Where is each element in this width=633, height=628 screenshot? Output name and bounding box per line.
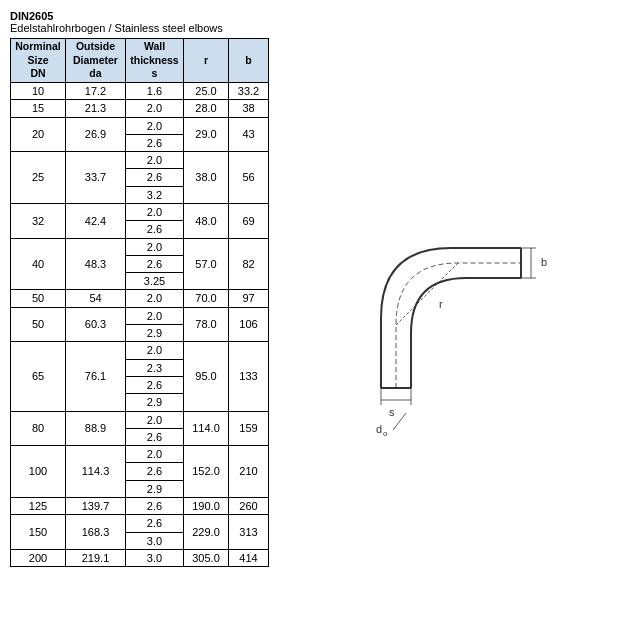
cell-da: 168.3 [66,515,126,550]
cell-dn: 50 [11,290,66,307]
header-s: Wallthicknesss [126,39,184,83]
content-area: NorminalSizeDN OutsideDiameterda Wallthi… [10,38,623,618]
cell-s: 2.3 [126,359,184,376]
cell-da: 60.3 [66,307,126,342]
cell-dn: 32 [11,204,66,239]
cell-b: 97 [229,290,269,307]
cell-dn: 100 [11,446,66,498]
cell-da: 76.1 [66,342,126,411]
main-table: NorminalSizeDN OutsideDiameterda Wallthi… [10,38,269,567]
cell-dn: 10 [11,82,66,99]
cell-b: 69 [229,204,269,239]
cell-da: 139.7 [66,498,126,515]
cell-s: 2.9 [126,480,184,497]
cell-s: 2.9 [126,394,184,411]
cell-b: 414 [229,549,269,566]
cell-b: 210 [229,446,269,498]
cell-r: 70.0 [184,290,229,307]
cell-r: 229.0 [184,515,229,550]
cell-r: 78.0 [184,307,229,342]
cell-b: 56 [229,152,269,204]
cell-b: 159 [229,411,269,446]
cell-da: 26.9 [66,117,126,152]
cell-s: 2.0 [126,307,184,324]
cell-r: 95.0 [184,342,229,411]
header-b: b [229,39,269,83]
cell-s: 2.6 [126,376,184,393]
cell-s: 2.0 [126,290,184,307]
svg-text:b: b [541,256,547,268]
cell-r: 114.0 [184,411,229,446]
cell-r: 29.0 [184,117,229,152]
cell-dn: 25 [11,152,66,204]
cell-r: 48.0 [184,204,229,239]
table-container: NorminalSizeDN OutsideDiameterda Wallthi… [10,38,269,618]
cell-s: 2.6 [126,255,184,272]
svg-text:s: s [389,406,395,418]
cell-s: 2.6 [126,428,184,445]
cell-dn: 20 [11,117,66,152]
cell-b: 133 [229,342,269,411]
desc-title: Edelstahlrohrbogen / Stainless steel elb… [10,22,623,34]
cell-s: 2.0 [126,411,184,428]
cell-s: 3.0 [126,549,184,566]
page: DIN2605 Edelstahlrohrbogen / Stainless s… [0,0,633,628]
cell-s: 2.0 [126,204,184,221]
cell-s: 2.6 [126,169,184,186]
svg-text:o: o [383,429,388,438]
cell-b: 43 [229,117,269,152]
cell-s: 2.0 [126,100,184,117]
cell-da: 88.9 [66,411,126,446]
cell-da: 219.1 [66,549,126,566]
diagram-area: b r s d o [279,38,623,618]
elbow-diagram: b r s d o [351,218,551,438]
header-dn: NorminalSizeDN [11,39,66,83]
cell-r: 38.0 [184,152,229,204]
din-title: DIN2605 [10,10,623,22]
header-r: r [184,39,229,83]
cell-da: 42.4 [66,204,126,239]
cell-b: 313 [229,515,269,550]
svg-line-6 [396,263,458,325]
cell-s: 2.0 [126,446,184,463]
cell-s: 2.6 [126,515,184,532]
cell-s: 2.0 [126,152,184,169]
cell-s: 2.0 [126,342,184,359]
cell-da: 21.3 [66,100,126,117]
cell-r: 190.0 [184,498,229,515]
svg-text:d: d [376,423,382,435]
cell-r: 28.0 [184,100,229,117]
cell-dn: 40 [11,238,66,290]
cell-r: 57.0 [184,238,229,290]
cell-s: 2.0 [126,117,184,134]
svg-line-14 [393,413,406,430]
cell-s: 2.0 [126,238,184,255]
cell-da: 54 [66,290,126,307]
cell-b: 260 [229,498,269,515]
title-block: DIN2605 Edelstahlrohrbogen / Stainless s… [10,10,623,34]
cell-s: 2.6 [126,221,184,238]
cell-s: 2.6 [126,463,184,480]
cell-da: 114.3 [66,446,126,498]
cell-dn: 200 [11,549,66,566]
cell-r: 305.0 [184,549,229,566]
header-da: OutsideDiameterda [66,39,126,83]
cell-b: 38 [229,100,269,117]
cell-s: 3.2 [126,186,184,203]
cell-r: 152.0 [184,446,229,498]
cell-dn: 50 [11,307,66,342]
cell-s: 2.9 [126,325,184,342]
cell-b: 82 [229,238,269,290]
cell-r: 25.0 [184,82,229,99]
cell-b: 106 [229,307,269,342]
cell-da: 17.2 [66,82,126,99]
cell-dn: 150 [11,515,66,550]
cell-b: 33.2 [229,82,269,99]
cell-s: 3.25 [126,273,184,290]
cell-da: 48.3 [66,238,126,290]
cell-s: 1.6 [126,82,184,99]
cell-dn: 125 [11,498,66,515]
svg-text:r: r [439,298,443,310]
cell-dn: 15 [11,100,66,117]
cell-dn: 80 [11,411,66,446]
